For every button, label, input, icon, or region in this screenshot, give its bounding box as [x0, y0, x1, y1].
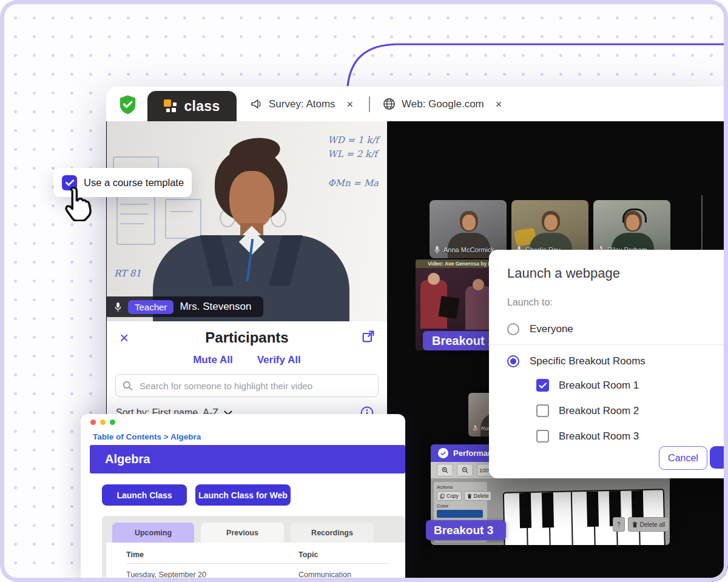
copy-button[interactable]: Copy — [437, 491, 462, 501]
session-time: Tuesday, September 20 10:00AM - 11:00AM — [126, 564, 298, 582]
zoom-out-icon[interactable] — [457, 464, 473, 477]
brand-wordmark: class — [184, 98, 220, 115]
browser-tab-bar: class Survey: Atoms × Web: G — [106, 87, 728, 121]
tab-class-home[interactable]: class — [147, 91, 237, 121]
actions-label: Actions — [437, 484, 484, 490]
checkbox-breakout-room-1[interactable]: Breakout Room 1 — [536, 379, 728, 392]
checkbox-checked-icon[interactable] — [536, 379, 549, 392]
whiteboard-sketch — [116, 192, 155, 245]
cancel-button[interactable]: Cancel — [659, 446, 707, 470]
teacher-name-bar: Teacher Mrs. Stevenson — [107, 296, 263, 317]
class-logo-icon — [164, 99, 179, 113]
minimize-traffic-light[interactable] — [100, 420, 106, 425]
popout-icon[interactable] — [362, 330, 374, 343]
delete-button[interactable]: Delete — [464, 491, 492, 501]
headset-icon — [622, 209, 647, 222]
close-icon[interactable]: × — [120, 330, 129, 346]
checkbox-breakout-room-2[interactable]: Breakout Room 2 — [536, 404, 728, 417]
participants-header: × Participants — [107, 325, 387, 353]
sessions-panel: Upcoming Previous Recordings Time Topic … — [102, 516, 405, 582]
help-button[interactable]: ? — [613, 517, 625, 532]
search-icon — [123, 381, 133, 391]
mute-all-button[interactable]: Mute All — [193, 354, 232, 366]
launch-button[interactable]: Launch — [710, 446, 728, 469]
mic-icon — [434, 246, 440, 254]
radio-selected-icon[interactable] — [507, 355, 519, 367]
verify-all-button[interactable]: Verify All — [257, 354, 301, 366]
breakout3-label: Breakout 3 — [426, 520, 506, 540]
window-controls — [90, 420, 115, 425]
megaphone-icon — [251, 99, 263, 110]
modal-title: Launch a webpage — [507, 266, 728, 281]
choir-figure — [439, 296, 459, 319]
session-topic: Communication Strategies — [298, 564, 391, 582]
sessions-table: Time Topic Tuesday, September 20 10:00AM… — [106, 543, 405, 582]
search-input[interactable] — [138, 380, 371, 392]
launch-class-for-web-button[interactable]: Launch Class for Web — [195, 484, 291, 506]
tab-upcoming[interactable]: Upcoming — [112, 523, 194, 543]
launch-webpage-modal: Launch a webpage Launch to: Everyone Spe… — [489, 250, 728, 478]
participants-title: Participants — [107, 325, 387, 346]
column-header-topic: Topic — [298, 550, 391, 564]
person-silhouette — [462, 215, 476, 230]
option-label: Everyone — [530, 323, 573, 335]
breadcrumb[interactable]: Table of Contents > Algebra — [93, 432, 201, 441]
checkbox-breakout-room-3[interactable]: Breakout Room 3 — [536, 430, 728, 443]
shield-check-icon — [118, 95, 137, 115]
tab-recordings[interactable]: Recordings — [291, 523, 374, 543]
mic-muted-icon — [473, 425, 478, 432]
choir-figure — [428, 273, 440, 285]
choir-figure — [473, 279, 484, 290]
teacher-name: Mrs. Stevenson — [180, 301, 251, 313]
course-title-bar: Algebra — [90, 445, 405, 473]
table-row[interactable]: Tuesday, September 20 10:00AM - 11:00AM … — [126, 564, 391, 582]
tab-web-google[interactable]: Web: Google.com × — [383, 87, 502, 121]
tab-divider — [369, 96, 370, 112]
tab-label: Survey: Atoms — [269, 98, 335, 110]
close-icon[interactable]: × — [496, 99, 502, 110]
radio-everyone[interactable]: Everyone — [507, 320, 728, 338]
launch-class-button[interactable]: Launch Class — [102, 484, 187, 506]
close-traffic-light[interactable] — [90, 420, 96, 425]
tab-label: Web: Google.com — [402, 98, 484, 110]
divider — [489, 344, 728, 345]
copy-icon — [440, 493, 445, 499]
tab-previous[interactable]: Previous — [201, 523, 284, 543]
tooltip-label: Use a course template — [84, 177, 184, 189]
decorative-curve — [0, 0, 728, 97]
maximize-traffic-light[interactable] — [110, 420, 115, 425]
close-icon[interactable]: × — [347, 99, 354, 110]
person-silhouette — [544, 215, 558, 230]
course-window: Table of Contents > Algebra Algebra Laun… — [81, 414, 405, 582]
globe-icon — [383, 98, 396, 110]
room-label: Breakout Room 1 — [559, 380, 639, 392]
room-label: Breakout Room 3 — [559, 430, 639, 443]
participant-name: Anna McCormick — [443, 246, 494, 253]
teacher-portrait — [178, 146, 324, 321]
hand-cursor-icon — [61, 185, 95, 221]
room-label: Breakout Room 2 — [559, 405, 639, 417]
checkbox-unchecked-icon[interactable] — [536, 404, 549, 417]
check-icon — [539, 383, 547, 389]
color-swatch[interactable] — [437, 510, 483, 518]
radio-specific-breakout-rooms[interactable]: Specific Breakout Rooms — [507, 352, 728, 370]
checkbox-unchecked-icon[interactable] — [536, 430, 549, 443]
zoom-in-icon[interactable] — [437, 464, 453, 477]
column-header-time: Time — [126, 550, 298, 564]
modal-subtitle: Launch to: — [507, 297, 728, 308]
check-circle-icon — [438, 448, 448, 458]
page-background: class Survey: Atoms × Web: G — [0, 0, 728, 582]
board-formulas: WD = 1 k/f WL = 2 k/f ΦMn = Ma — [328, 133, 379, 190]
mic-icon — [114, 302, 122, 312]
tab-survey-atoms[interactable]: Survey: Atoms × — [251, 87, 353, 121]
trash-icon — [632, 521, 638, 528]
radio-unselected-icon[interactable] — [507, 323, 519, 335]
color-label: Color — [437, 503, 484, 509]
option-label: Specific Breakout Rooms — [530, 355, 645, 367]
participant-search[interactable] — [115, 374, 379, 397]
teacher-video: RT 81EH WD = 1 k/f WL = 2 k/f ΦMn = Ma — [107, 121, 387, 321]
role-badge: Teacher — [128, 300, 174, 314]
room-checkbox-list: Breakout Room 1 Breakout Room 2 Breakout… — [536, 379, 728, 443]
delete-all-button[interactable]: Delete all — [628, 517, 670, 532]
participants-actions: Mute All Verify All — [107, 354, 387, 366]
